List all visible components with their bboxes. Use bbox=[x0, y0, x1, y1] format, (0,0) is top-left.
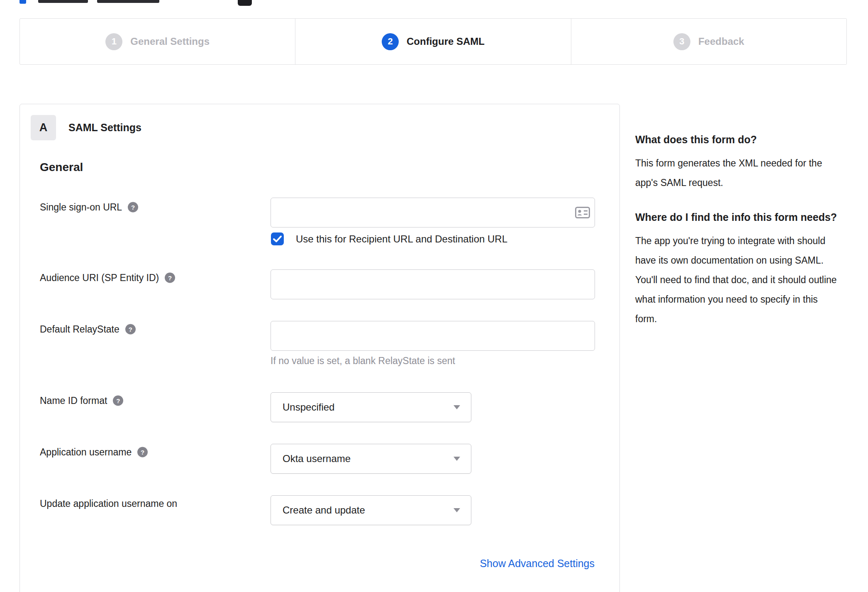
help-icon[interactable]: ? bbox=[165, 273, 175, 283]
step-number-badge: 2 bbox=[382, 33, 399, 50]
audience-uri-input[interactable] bbox=[271, 269, 595, 299]
help-icon[interactable]: ? bbox=[113, 396, 123, 406]
step-label: Configure SAML bbox=[407, 36, 485, 47]
chevron-down-icon bbox=[454, 457, 460, 461]
general-section-heading: General bbox=[40, 161, 83, 174]
recipient-url-checkbox[interactable] bbox=[271, 232, 284, 245]
step-configure-saml[interactable]: 2 Configure SAML bbox=[295, 19, 571, 64]
checkmark-icon bbox=[273, 235, 282, 242]
sso-url-label-text: Single sign-on URL bbox=[40, 202, 122, 213]
step-label: General Settings bbox=[130, 36, 210, 47]
wizard-stepper: 1 General Settings 2 Configure SAML 3 Fe… bbox=[20, 18, 847, 65]
step-number-badge: 3 bbox=[673, 33, 690, 50]
application-username-value: Okta username bbox=[283, 453, 351, 465]
update-username-select[interactable]: Create and update bbox=[271, 495, 471, 525]
panel-title: SAML Settings bbox=[68, 115, 141, 140]
help-icon[interactable]: ? bbox=[128, 202, 138, 213]
section-a-badge: A bbox=[31, 115, 56, 140]
cutoff-header-title-fragment bbox=[97, 0, 159, 3]
application-username-select[interactable]: Okta username bbox=[271, 444, 471, 474]
relay-state-hint: If no value is set, a blank RelayState i… bbox=[271, 355, 455, 367]
name-id-format-label: Name ID format ? bbox=[40, 395, 123, 406]
application-username-label-text: Application username bbox=[40, 447, 132, 458]
help-icon[interactable]: ? bbox=[125, 324, 136, 335]
autofill-contact-card-icon[interactable] bbox=[575, 207, 590, 218]
sso-url-input[interactable] bbox=[271, 198, 595, 228]
recipient-url-checkbox-label[interactable]: Use this for Recipient URL and Destinati… bbox=[296, 233, 507, 245]
chevron-down-icon bbox=[454, 405, 460, 409]
sidebar-body-what: This form generates the XML needed for t… bbox=[635, 154, 839, 193]
sidebar-heading-where: Where do I find the info this form needs… bbox=[635, 210, 839, 225]
update-username-label-text: Update application username on bbox=[40, 498, 177, 509]
cutoff-header-blue-fragment bbox=[20, 0, 26, 4]
audience-uri-label-text: Audience URI (SP Entity ID) bbox=[40, 272, 159, 284]
step-feedback[interactable]: 3 Feedback bbox=[571, 19, 846, 64]
chevron-down-icon bbox=[454, 508, 460, 512]
relay-state-label-text: Default RelayState bbox=[40, 324, 119, 335]
cutoff-header-title-fragment bbox=[38, 0, 88, 3]
name-id-format-value: Unspecified bbox=[283, 401, 334, 413]
step-general-settings[interactable]: 1 General Settings bbox=[20, 19, 295, 64]
update-username-value: Create and update bbox=[283, 504, 365, 516]
sso-url-label: Single sign-on URL ? bbox=[40, 202, 138, 213]
relay-state-input[interactable] bbox=[271, 321, 595, 351]
saml-settings-panel: A SAML Settings General Single sign-on U… bbox=[20, 104, 620, 592]
name-id-format-select[interactable]: Unspecified bbox=[271, 392, 471, 422]
show-advanced-settings-link[interactable]: Show Advanced Settings bbox=[480, 558, 595, 570]
step-label: Feedback bbox=[698, 36, 744, 47]
cutoff-header-icon-fragment bbox=[238, 0, 252, 6]
step-number-badge: 1 bbox=[105, 33, 122, 50]
sidebar-body-where: The app you're trying to integrate with … bbox=[635, 231, 839, 329]
help-sidebar: What does this form do? This form genera… bbox=[635, 132, 839, 345]
update-username-label: Update application username on bbox=[40, 498, 177, 509]
audience-uri-label: Audience URI (SP Entity ID) ? bbox=[40, 272, 175, 284]
application-username-label: Application username ? bbox=[40, 447, 148, 458]
relay-state-label: Default RelayState ? bbox=[40, 324, 136, 335]
name-id-format-label-text: Name ID format bbox=[40, 395, 107, 406]
sidebar-heading-what: What does this form do? bbox=[635, 132, 839, 147]
help-icon[interactable]: ? bbox=[137, 447, 148, 457]
configure-saml-page: 1 General Settings 2 Configure SAML 3 Fe… bbox=[0, 0, 868, 592]
